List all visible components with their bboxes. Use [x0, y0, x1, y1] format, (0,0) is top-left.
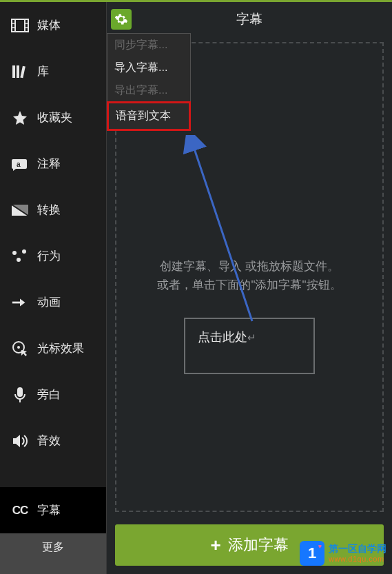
- sidebar-item-label: 库: [37, 63, 49, 79]
- sidebar-item-label: 行为: [37, 248, 61, 264]
- animation-icon: [11, 295, 29, 310]
- main-header: 字幕 同步字幕... 导入字幕... 导出字幕... 语音到文本: [107, 2, 392, 37]
- svg-rect-9: [20, 65, 25, 77]
- gear-dropdown: 同步字幕... 导入字幕... 导出字幕... 语音到文本: [107, 33, 191, 131]
- svg-point-17: [17, 346, 20, 349]
- watermark: 1 第一区自学网 www.d1qu.com: [300, 541, 386, 566]
- return-symbol: ↵: [247, 331, 256, 343]
- annotation-icon: a: [11, 156, 29, 172]
- svg-rect-0: [12, 19, 28, 32]
- sidebar-item-label: 动画: [37, 294, 61, 310]
- sidebar-item-animations[interactable]: 动画: [0, 279, 106, 325]
- behaviors-icon: [11, 249, 29, 264]
- svg-rect-1: [12, 19, 15, 32]
- sidebar-item-audio[interactable]: 音效: [0, 418, 106, 464]
- dropzone-help-text: 创建字幕、导入 或拖放标题文件。 或者，单击下面的"添加字幕"按钮。: [143, 257, 355, 294]
- gear-icon: [114, 12, 128, 26]
- sidebar-item-narration[interactable]: 旁白: [0, 371, 106, 418]
- speaker-icon: [11, 433, 29, 449]
- add-caption-label: 添加字幕: [228, 535, 289, 555]
- sidebar-item-label: 媒体: [37, 17, 61, 33]
- sidebar-more[interactable]: 更多: [0, 533, 106, 574]
- sidebar-item-label: 转换: [37, 202, 61, 218]
- dropdown-import-captions[interactable]: 导入字幕...: [107, 57, 190, 79]
- sidebar-item-transitions[interactable]: 转换: [0, 187, 106, 233]
- sidebar-item-behaviors[interactable]: 行为: [0, 233, 106, 279]
- cursor-icon: [11, 341, 29, 356]
- gear-button[interactable]: [111, 9, 132, 30]
- sidebar-item-annotations[interactable]: a 注释: [0, 141, 106, 187]
- svg-text:a: a: [17, 161, 21, 168]
- main-panel: 字幕 同步字幕... 导入字幕... 导出字幕... 语音到文本 创建字幕、导入…: [107, 2, 392, 574]
- captions-icon: CC: [11, 503, 29, 518]
- sidebar-item-library[interactable]: 库: [0, 48, 106, 94]
- sidebar: 媒体 库 收藏夹 a 注释 转换: [0, 2, 107, 574]
- watermark-badge: 1: [300, 541, 324, 566]
- svg-point-13: [12, 251, 17, 255]
- sidebar-item-label: 注释: [37, 156, 61, 172]
- panel-title: 字幕: [236, 10, 262, 28]
- sidebar-item-label: 收藏夹: [37, 110, 72, 125]
- click-here-box[interactable]: 点击此处↵: [184, 318, 315, 374]
- svg-point-14: [17, 258, 21, 262]
- dropdown-speech-to-text[interactable]: 语音到文本: [107, 101, 191, 131]
- svg-rect-2: [25, 19, 28, 32]
- transition-icon: [11, 203, 29, 218]
- svg-rect-7: [12, 65, 15, 78]
- sidebar-more-label: 更多: [42, 541, 64, 553]
- sidebar-item-cursor[interactable]: 光标效果: [0, 325, 106, 371]
- svg-point-15: [22, 249, 26, 254]
- plus-icon: +: [210, 535, 220, 556]
- sidebar-item-label: 字幕: [37, 502, 61, 518]
- dropdown-sync-captions: 同步字幕...: [107, 34, 190, 57]
- sidebar-item-media[interactable]: 媒体: [0, 2, 106, 48]
- sidebar-item-label: 光标效果: [37, 340, 84, 356]
- microphone-icon: [11, 387, 29, 402]
- watermark-en: www.d1qu.com: [329, 555, 386, 563]
- media-icon: [11, 18, 29, 33]
- svg-rect-8: [17, 65, 19, 78]
- sidebar-item-favorites[interactable]: 收藏夹: [0, 94, 106, 141]
- star-icon: [11, 110, 29, 125]
- sidebar-item-label: 音效: [37, 433, 61, 449]
- library-icon: [11, 64, 29, 79]
- sidebar-item-captions[interactable]: CC 字幕: [0, 487, 106, 533]
- svg-rect-18: [17, 387, 23, 397]
- sidebar-item-label: 旁白: [37, 387, 61, 402]
- watermark-cn: 第一区自学网: [329, 544, 386, 554]
- dropdown-export-captions: 导出字幕...: [107, 79, 190, 102]
